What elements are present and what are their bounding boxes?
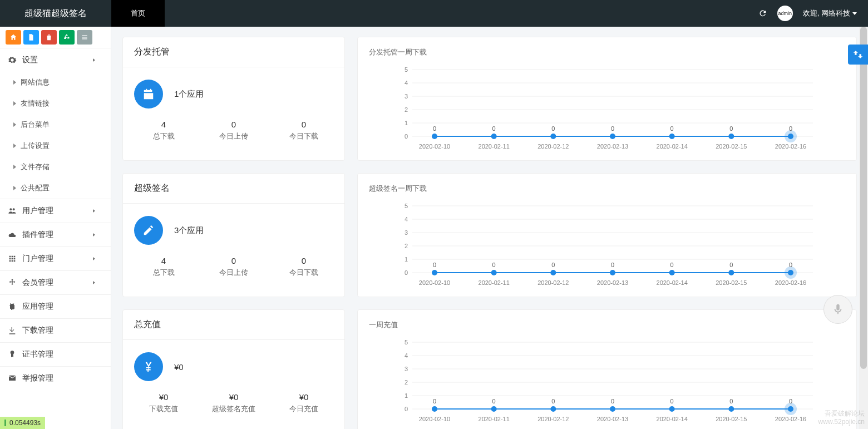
sidebar: 设置 网站信息友情链接后台菜单上传设置文件存储公共配置 用户管理插件管理门户管理… bbox=[0, 27, 111, 429]
cloud-icon bbox=[8, 230, 17, 239]
svg-point-83 bbox=[491, 406, 497, 412]
refresh-icon[interactable] bbox=[758, 9, 767, 18]
svg-point-92 bbox=[669, 406, 675, 412]
card-metric: 3个应用 bbox=[174, 225, 204, 236]
tab-home[interactable]: 首页 bbox=[111, 0, 165, 27]
card-icon-circle bbox=[134, 216, 163, 245]
svg-text:0: 0 bbox=[492, 125, 496, 132]
stat: ¥0下载充值 bbox=[129, 392, 199, 414]
svg-text:0: 0 bbox=[492, 398, 496, 405]
svg-text:2020-02-16: 2020-02-16 bbox=[775, 279, 806, 286]
sidebar-sub-item[interactable]: 后台菜单 bbox=[0, 114, 111, 135]
sidebar-item-label: 应用管理 bbox=[22, 302, 53, 312]
svg-point-52 bbox=[550, 270, 556, 275]
welcome-text: 欢迎, 网络科技 bbox=[803, 8, 850, 18]
card-metric: 1个应用 bbox=[174, 89, 204, 100]
svg-text:0: 0 bbox=[433, 398, 436, 405]
pencil-icon bbox=[142, 224, 155, 236]
svg-text:5: 5 bbox=[405, 339, 408, 346]
svg-text:2020-02-12: 2020-02-12 bbox=[537, 279, 569, 286]
chevron-right-icon bbox=[91, 255, 97, 262]
sidebar-item[interactable]: 举报管理 bbox=[0, 367, 111, 390]
svg-text:2020-02-12: 2020-02-12 bbox=[537, 143, 569, 150]
stat-label: 超级签名充值 bbox=[199, 404, 269, 414]
stat-label: 今日下载 bbox=[269, 131, 339, 141]
sidebar-sub-label: 友情链接 bbox=[21, 98, 50, 109]
svg-text:2020-02-11: 2020-02-11 bbox=[479, 143, 510, 150]
sidebar-toolbar bbox=[0, 27, 111, 48]
chart-card: 超级签名一周下载01234502020-02-1002020-02-110202… bbox=[357, 173, 857, 297]
svg-text:3: 3 bbox=[405, 229, 408, 236]
svg-point-95 bbox=[728, 406, 734, 412]
microphone-button[interactable] bbox=[823, 295, 852, 324]
sidebar-item[interactable]: 用户管理 bbox=[0, 199, 111, 223]
stat: 0今日上传 bbox=[199, 256, 269, 278]
stat: ¥0今日充值 bbox=[269, 392, 339, 414]
stat-value: 4 bbox=[129, 256, 199, 265]
triangle-right-icon bbox=[13, 80, 16, 85]
line-chart: 01234502020-02-1002020-02-1102020-02-120… bbox=[367, 337, 847, 426]
stat-value: 0 bbox=[199, 256, 269, 265]
scrollbar-thumb[interactable] bbox=[860, 27, 867, 369]
triangle-right-icon bbox=[13, 144, 16, 148]
stat: 0今日上传 bbox=[199, 120, 269, 141]
svg-text:0: 0 bbox=[789, 398, 792, 405]
svg-text:2020-02-11: 2020-02-11 bbox=[479, 279, 510, 286]
sidebar-item[interactable]: 证书管理 bbox=[0, 343, 111, 366]
home-button[interactable] bbox=[6, 30, 21, 45]
stat-value: 0 bbox=[199, 120, 269, 129]
sidebar-sub-item[interactable]: 友情链接 bbox=[0, 93, 111, 114]
chart-title: 超级签名一周下载 bbox=[358, 174, 856, 198]
sidebar-sub-item[interactable]: 网站信息 bbox=[0, 72, 111, 93]
chevron-right-icon bbox=[91, 208, 97, 214]
sidebar-item-label: 门户管理 bbox=[22, 254, 53, 264]
sidebar-sub-item[interactable]: 公共配置 bbox=[0, 177, 111, 199]
svg-point-61 bbox=[728, 270, 734, 275]
svg-text:2020-02-14: 2020-02-14 bbox=[657, 279, 688, 286]
svg-text:2020-02-14: 2020-02-14 bbox=[657, 416, 688, 422]
svg-text:5: 5 bbox=[405, 66, 408, 73]
sidebar-item-label: 下载管理 bbox=[22, 326, 53, 336]
svg-text:0: 0 bbox=[789, 125, 792, 132]
sidebar-sub-label: 后台菜单 bbox=[21, 120, 50, 130]
svg-point-55 bbox=[610, 270, 615, 275]
cert-icon bbox=[8, 350, 17, 359]
avatar[interactable]: admin bbox=[777, 6, 793, 21]
sidebar-sub-item[interactable]: 上传设置 bbox=[0, 135, 111, 156]
stat-label: 下载充值 bbox=[129, 404, 199, 414]
scrollbar-track[interactable] bbox=[859, 27, 868, 429]
trash-button[interactable] bbox=[41, 30, 57, 45]
users-icon bbox=[8, 206, 17, 215]
float-badge-button[interactable] bbox=[848, 45, 868, 65]
perf-badge[interactable]: 0.054493s bbox=[0, 417, 45, 429]
user-menu[interactable]: 欢迎, 网络科技 bbox=[803, 8, 857, 18]
stat-label: 总下载 bbox=[129, 268, 199, 278]
svg-text:5: 5 bbox=[405, 203, 408, 209]
file-button[interactable] bbox=[23, 30, 39, 45]
chart-title: 一周充值 bbox=[358, 310, 856, 334]
sidebar-item[interactable]: 会员管理 bbox=[0, 271, 111, 294]
svg-text:2020-02-13: 2020-02-13 bbox=[597, 143, 628, 150]
card-title: 分发托管 bbox=[123, 37, 344, 67]
sidebar-item[interactable]: 插件管理 bbox=[0, 223, 111, 246]
svg-text:2020-02-10: 2020-02-10 bbox=[419, 416, 450, 422]
svg-text:0: 0 bbox=[492, 262, 496, 268]
svg-text:2020-02-10: 2020-02-10 bbox=[419, 279, 450, 286]
sidebar-sub-item[interactable]: 文件存储 bbox=[0, 156, 111, 177]
stat: 4总下载 bbox=[129, 256, 199, 278]
sidebar-item-settings[interactable]: 设置 bbox=[0, 48, 111, 72]
card-icon-circle bbox=[134, 352, 163, 381]
stat-row: 4总下载0今日上传0今日下载 bbox=[123, 250, 344, 289]
sidebar-item[interactable]: 应用管理 bbox=[0, 295, 111, 318]
recycle-button[interactable] bbox=[59, 30, 75, 45]
svg-text:0: 0 bbox=[611, 262, 614, 268]
list-button[interactable] bbox=[77, 30, 92, 45]
svg-text:2020-02-16: 2020-02-16 bbox=[775, 143, 806, 150]
svg-point-86 bbox=[550, 406, 556, 412]
stat-row: ¥0下载充值¥0超级签名充值¥0今日充值 bbox=[123, 387, 344, 425]
svg-point-58 bbox=[669, 270, 675, 275]
sidebar-item-label: 用户管理 bbox=[22, 206, 53, 216]
sidebar-item[interactable]: 下载管理 bbox=[0, 319, 111, 342]
sidebar-item[interactable]: 门户管理 bbox=[0, 247, 111, 270]
svg-text:3: 3 bbox=[405, 366, 408, 372]
